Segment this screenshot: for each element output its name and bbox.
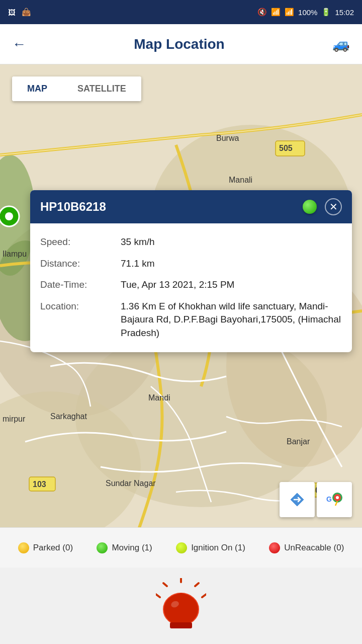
parked-legend: Parked (0) [18, 542, 73, 553]
moving-legend: Moving (1) [97, 542, 152, 553]
status-bar: 🖼 👜 🔇 📶 📶 100% 🔋 15:02 [0, 0, 362, 24]
svg-rect-40 [170, 622, 192, 628]
parked-dot [18, 542, 29, 553]
battery-level: 100% [298, 8, 317, 17]
moving-label: Moving (1) [112, 543, 152, 553]
svg-line-36 [202, 594, 206, 597]
directions-button[interactable] [280, 482, 315, 517]
popup-header-right: ✕ [303, 198, 342, 215]
svg-text:Manali: Manali [229, 176, 252, 184]
popup-header: HP10B6218 ✕ [30, 190, 352, 223]
status-bar-left: 🖼 👜 [8, 8, 31, 17]
svg-text:mirpur: mirpur [3, 415, 26, 423]
close-button[interactable]: ✕ [325, 198, 342, 215]
status-dot [303, 200, 317, 214]
location-row: Location: 1.36 Km E of Khokhan wild life… [40, 296, 342, 344]
ignition-dot [176, 542, 187, 553]
satellite-tab[interactable]: SATELLITE [62, 76, 141, 101]
datetime-value: Tue, Apr 13 2021, 2:15 PM [121, 278, 342, 292]
nav-bar: ← Map Location 🚙 [0, 24, 362, 64]
bag-icon: 👜 [22, 8, 31, 17]
popup-body: Speed: 35 km/h Distance: 71.1 km Date-Ti… [30, 223, 352, 352]
car-icon: 🚙 [332, 36, 350, 52]
page-title: Map Location [134, 36, 224, 52]
location-value: 1.36 Km E of Khokhan wild life sanctuary… [121, 300, 342, 340]
ignition-legend: Ignition On (1) [176, 542, 245, 553]
map-tab[interactable]: MAP [12, 76, 62, 101]
svg-text:Sarkaghat: Sarkaghat [50, 412, 87, 421]
svg-point-41 [175, 593, 187, 601]
datetime-label: Date-Time: [40, 278, 121, 292]
distance-value: 71.1 km [121, 257, 342, 271]
alarm-icon [156, 578, 206, 633]
svg-text:Sundar Nagar: Sundar Nagar [106, 479, 156, 488]
svg-point-27 [5, 212, 13, 220]
signal-icon: 📶 [285, 8, 294, 17]
speed-row: Speed: 35 km/h [40, 231, 342, 253]
svg-text:G: G [326, 495, 332, 503]
svg-text:505: 505 [279, 144, 293, 152]
unreachable-label: UnReacable (0) [284, 543, 344, 553]
map-container[interactable]: Burwa Manali Mandi Sarkaghat Banjar Sund… [0, 64, 362, 527]
distance-row: Distance: 71.1 km [40, 253, 342, 275]
mute-icon: 🔇 [257, 8, 267, 17]
datetime-row: Date-Time: Tue, Apr 13 2021, 2:15 PM [40, 274, 342, 296]
clock: 15:02 [335, 8, 354, 17]
map-nav-buttons: G [280, 482, 352, 517]
map-toggle[interactable]: MAP SATELLITE [12, 76, 141, 101]
distance-label: Distance: [40, 257, 121, 271]
vehicle-id: HP10B6218 [40, 200, 106, 214]
bottom-legend: Parked (0) Moving (1) Ignition On (1) Un… [0, 527, 362, 568]
svg-point-32 [336, 496, 339, 499]
speed-label: Speed: [40, 235, 121, 249]
status-bar-right: 🔇 📶 📶 100% 🔋 15:02 [257, 8, 354, 17]
wifi-icon: 📶 [271, 8, 281, 17]
unreachable-dot [269, 542, 280, 553]
unreachable-legend: UnReacable (0) [269, 542, 344, 553]
location-label: Location: [40, 300, 121, 340]
vehicle-info-popup: HP10B6218 ✕ Speed: 35 km/h Distance: 71.… [30, 190, 352, 352]
image-icon: 🖼 [8, 8, 16, 17]
svg-text:Ilampu: Ilampu [3, 250, 27, 258]
svg-line-35 [163, 583, 167, 586]
battery-icon: 🔋 [321, 8, 331, 17]
alarm-area [0, 568, 362, 644]
svg-line-34 [195, 583, 199, 586]
svg-line-37 [156, 594, 160, 597]
ignition-label: Ignition On (1) [191, 543, 245, 553]
parked-label: Parked (0) [33, 543, 73, 553]
svg-text:Banjar: Banjar [287, 437, 310, 446]
svg-text:103: 103 [33, 480, 46, 489]
google-maps-button[interactable]: G [317, 482, 352, 517]
back-button[interactable]: ← [12, 36, 26, 52]
speed-value: 35 km/h [121, 235, 342, 249]
alarm-button[interactable] [156, 578, 206, 633]
svg-text:Burwa: Burwa [216, 134, 239, 142]
moving-dot [97, 542, 108, 553]
svg-text:Mandi: Mandi [148, 393, 170, 402]
